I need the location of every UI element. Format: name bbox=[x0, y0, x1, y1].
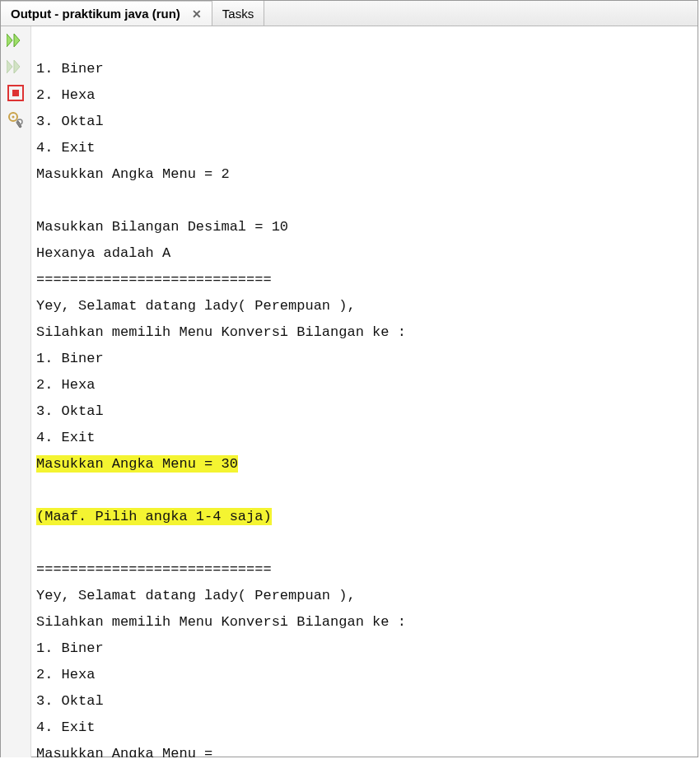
console-line: 4. Exit bbox=[36, 430, 95, 445]
console-line: 3. Oktal bbox=[36, 403, 104, 419]
console-line: 3. Oktal bbox=[36, 114, 104, 129]
stop-icon[interactable] bbox=[5, 82, 26, 104]
console-line: Yey, Selamat datang lady( Perempuan ), bbox=[36, 588, 356, 603]
console-line: 1. Biner bbox=[36, 61, 104, 77]
console-line: Masukkan Bilangan Desimal = 10 bbox=[36, 219, 288, 235]
console-line: ============================ bbox=[36, 272, 272, 287]
console-line: Masukkan Angka Menu = bbox=[36, 746, 221, 757]
settings-icon[interactable] bbox=[5, 109, 26, 130]
console-line: Yey, Selamat datang lady( Perempuan ), bbox=[36, 298, 356, 314]
console-line: Silahkan memilih Menu Konversi Bilangan … bbox=[36, 324, 406, 340]
console-line: 4. Exit bbox=[36, 140, 95, 156]
tab-tasks[interactable]: Tasks bbox=[212, 1, 264, 26]
output-toolbar bbox=[1, 26, 31, 757]
rerun-icon[interactable] bbox=[5, 30, 26, 51]
console-line-highlighted: (Maaf. Pilih angka 1-4 saja) bbox=[36, 508, 272, 525]
content-area: 1. Biner 2. Hexa 3. Oktal 4. Exit Masukk… bbox=[1, 26, 698, 757]
svg-point-3 bbox=[12, 116, 15, 119]
tab-output[interactable]: Output - praktikum java (run) ✕ bbox=[1, 1, 212, 26]
tab-output-label: Output - praktikum java (run) bbox=[11, 7, 180, 21]
console-line: ============================ bbox=[36, 561, 272, 577]
console-line: 2. Hexa bbox=[36, 667, 95, 682]
console-line: 1. Biner bbox=[36, 640, 104, 656]
console-line: 4. Exit bbox=[36, 719, 95, 735]
console-line: 3. Oktal bbox=[36, 693, 104, 709]
output-window: Output - praktikum java (run) ✕ Tasks bbox=[0, 0, 698, 757]
console-line: 2. Hexa bbox=[36, 377, 95, 393]
run-icon[interactable] bbox=[5, 56, 26, 77]
svg-rect-1 bbox=[12, 90, 19, 96]
console-line: 2. Hexa bbox=[36, 87, 95, 103]
console-line-highlighted: Masukkan Angka Menu = 30 bbox=[36, 455, 238, 473]
console-line: Masukkan Angka Menu = 2 bbox=[36, 166, 230, 182]
console-output[interactable]: 1. Biner 2. Hexa 3. Oktal 4. Exit Masukk… bbox=[31, 26, 698, 757]
console-line: Silahkan memilih Menu Konversi Bilangan … bbox=[36, 614, 406, 630]
close-icon[interactable]: ✕ bbox=[192, 7, 202, 21]
tab-bar: Output - praktikum java (run) ✕ Tasks bbox=[1, 1, 698, 26]
console-line: Hexanya adalah A bbox=[36, 245, 170, 261]
tab-tasks-label: Tasks bbox=[222, 7, 254, 21]
console-line: 1. Biner bbox=[36, 351, 104, 366]
